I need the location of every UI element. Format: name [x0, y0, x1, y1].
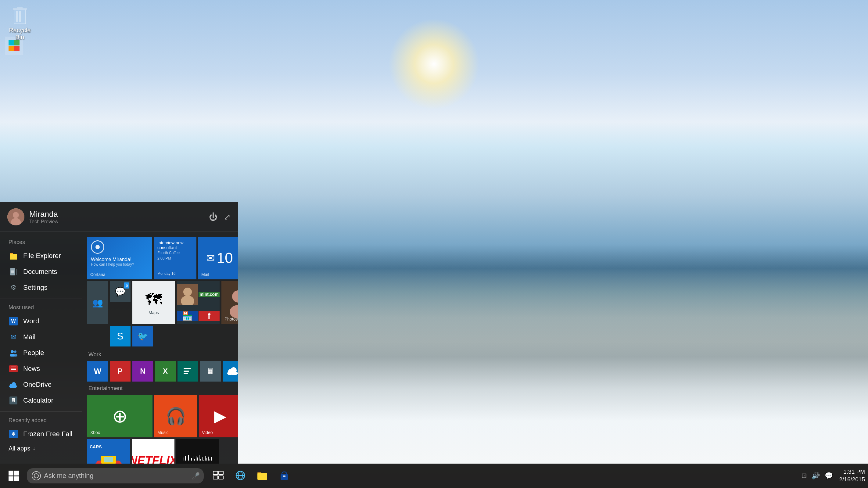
onenote-tile[interactable]: N [132, 361, 153, 382]
music-waves-tile[interactable]: ▶ [176, 439, 219, 464]
taskbar-clock[interactable]: 1:31 PM 2/16/2015 [839, 468, 865, 483]
sidebar-item-settings[interactable]: ⚙ Settings [0, 280, 82, 296]
frozen-free-fall-icon: ❄ [8, 429, 18, 439]
cortana-label: Cortana [90, 272, 105, 277]
calculator-work-tile[interactable]: 🖩 [200, 361, 221, 382]
people-label: People [23, 349, 44, 357]
mail-tile-inner: ✉ 10 [206, 251, 233, 265]
calculator-label: Calculator [23, 396, 53, 404]
svg-point-36 [230, 367, 237, 373]
word-label: Word [23, 317, 39, 325]
divider-1 [0, 299, 82, 299]
entertainment-row-2: CARS NETFLIX [87, 439, 233, 464]
frozen-free-fall-label: Frozen Free Fall [23, 430, 72, 438]
messaging-tile[interactable]: 💬 5 [110, 281, 130, 302]
clock-time: 1:31 PM [839, 468, 865, 476]
notification-icon[interactable]: 💬 [825, 472, 833, 480]
user-avatar[interactable] [7, 208, 24, 225]
start-button[interactable] [3, 467, 24, 485]
search-bar[interactable]: Ask me anything 🎤 [27, 468, 204, 483]
netflix-tile[interactable]: NETFLIX [132, 439, 175, 464]
cars-tile[interactable]: CARS [87, 439, 130, 464]
svg-rect-10 [16, 269, 17, 275]
music-label: Music [157, 430, 169, 435]
svg-rect-67 [219, 471, 223, 475]
documents-icon [8, 267, 18, 277]
project-icon [182, 366, 193, 377]
taskbar-app-file-explorer[interactable] [252, 467, 272, 485]
skype-twitter-row: S 🐦 [87, 304, 233, 346]
tile-area: Welcome Miranda! How can I help you toda… [82, 232, 238, 464]
word-work-icon: W [94, 367, 101, 376]
recycle-bin-label: Recycle Bin [6, 27, 34, 41]
excel-tile[interactable]: X [155, 361, 176, 382]
excel-icon: X [163, 367, 168, 375]
svg-point-21 [11, 382, 16, 387]
sidebar-item-mail[interactable]: ✉ Mail [0, 329, 82, 345]
taskbar: Ask me anything 🎤 [0, 464, 868, 488]
search-placeholder: Ask me anything [44, 472, 191, 480]
svg-rect-12 [11, 271, 14, 272]
calendar-sub: Fourth Coffee [157, 251, 180, 255]
svg-rect-4 [17, 7, 23, 8]
sidebar-item-word[interactable]: W Word [0, 313, 82, 329]
twitter-icon: 🐦 [137, 331, 148, 341]
mail-label: Mail [23, 333, 35, 341]
svg-rect-13 [11, 272, 14, 273]
mail-tile[interactable]: ✉ 10 Mail [198, 237, 238, 279]
word-work-tile[interactable]: W [87, 361, 108, 382]
power-button[interactable]: ⏻ [209, 212, 217, 222]
svg-text:CARS: CARS [90, 445, 102, 449]
sidebar-item-documents[interactable]: Documents [0, 264, 82, 280]
system-icons: ⊡ 🔊 💬 [801, 472, 833, 480]
powerpoint-tile[interactable]: P [110, 361, 130, 382]
network-icon[interactable]: ⊡ [801, 472, 807, 480]
sidebar-item-frozen-free-fall[interactable]: ❄ Frozen Free Fall [0, 426, 82, 442]
calendar-event: Interview new consultant [157, 240, 193, 250]
taskbar-app-ie[interactable] [230, 467, 250, 485]
video-tile[interactable]: ▶ Video [199, 395, 238, 437]
expand-button[interactable]: ⤢ [223, 212, 230, 222]
svg-rect-66 [213, 471, 218, 475]
cortana-greeting: Welcome Miranda! [91, 257, 131, 262]
play-icon: ▶ [214, 407, 226, 425]
user-name: Miranda [29, 210, 58, 219]
person-photo-cell [177, 284, 198, 305]
skype-tile[interactable]: S [110, 326, 130, 346]
sidebar-item-people[interactable]: People [0, 345, 82, 361]
all-apps-button[interactable]: All apps ↓ [0, 442, 82, 455]
video-label: Video [202, 430, 213, 435]
microphone-icon[interactable]: 🎤 [191, 472, 199, 480]
svg-point-15 [14, 350, 17, 353]
volume-icon[interactable]: 🔊 [812, 472, 820, 480]
svg-point-6 [13, 212, 19, 218]
waveform-icon [182, 454, 213, 464]
music-tile[interactable]: 🎧 Music [154, 395, 197, 437]
sidebar-item-file-explorer[interactable]: File Explorer [0, 248, 82, 264]
cortana-tile[interactable]: Welcome Miranda! How can I help you toda… [87, 237, 152, 279]
taskbar-app-task-view[interactable] [209, 467, 228, 485]
documents-label: Documents [23, 268, 57, 276]
taskbar-app-store[interactable] [275, 467, 294, 485]
sidebar-item-calculator[interactable]: 🖩 Calculator [0, 393, 82, 408]
taskbar-system-tray: ⊡ 🔊 💬 1:31 PM 2/16/2015 [801, 468, 865, 483]
people-icon [8, 348, 18, 358]
taskbar-apps [209, 467, 294, 485]
project-tile[interactable] [178, 361, 198, 382]
news-icon [8, 364, 18, 374]
svg-rect-68 [213, 476, 218, 479]
sidebar-item-news[interactable]: News [0, 361, 82, 377]
xbox-icon: ⊕ [112, 405, 127, 427]
file-explorer-taskbar-icon [257, 470, 268, 480]
recycle-bin-icon[interactable]: Recycle Bin [6, 6, 34, 41]
svg-rect-2 [19, 11, 21, 22]
file-explorer-label: File Explorer [23, 252, 61, 260]
twitter-tile[interactable]: 🐦 [132, 326, 153, 346]
svg-point-14 [11, 350, 14, 353]
ie-icon [235, 470, 246, 481]
xbox-tile[interactable]: ⊕ Xbox [87, 395, 153, 437]
onedrive-work-tile[interactable] [223, 361, 238, 382]
calendar-tile[interactable]: Interview new consultant Fourth Coffee 2… [154, 237, 196, 279]
sidebar-item-onedrive[interactable]: OneDrive [0, 377, 82, 393]
calendar-time: 2:00 PM [157, 256, 171, 261]
